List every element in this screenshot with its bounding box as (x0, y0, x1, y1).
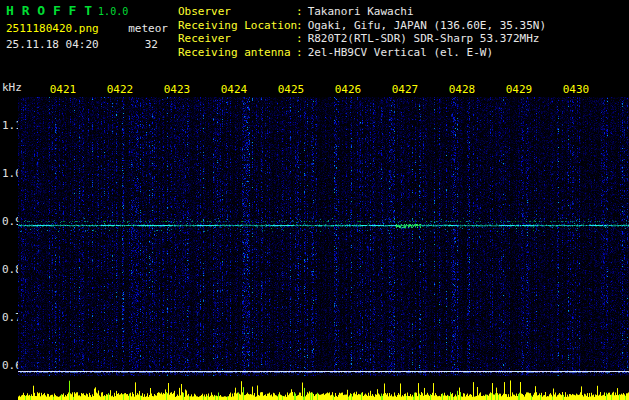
output-filename: 2511180420.png (6, 22, 99, 38)
info-label: Receiving antenna (178, 46, 296, 60)
time-tick-label: 0426 (335, 83, 362, 96)
header-left: H R O F F T1.0.0 2511180420.png meteor 2… (6, 3, 174, 51)
header: H R O F F T1.0.0 2511180420.png meteor 2… (0, 0, 629, 78)
time-tick-label: 0425 (278, 83, 305, 96)
sweep-count: 32 (145, 38, 158, 51)
datetime: 25.11.18 04:20 (6, 38, 99, 51)
freq-unit-label: kHz (2, 81, 22, 94)
hrofft-output: H R O F F T1.0.0 2511180420.png meteor 2… (0, 0, 629, 400)
app-title: H R O F F T (6, 3, 92, 18)
info-label: Receiver (178, 32, 296, 46)
time-tick-label: 0424 (221, 83, 248, 96)
info-value: R820T2(RTL-SDR) SDR-Sharp 53.372MHz (308, 32, 540, 46)
time-tick-label: 0423 (164, 83, 191, 96)
info-separator: : (296, 46, 303, 60)
time-tick-label: 0422 (107, 83, 134, 96)
station-info: Observer : Takanori Kawachi Receiving Lo… (178, 5, 546, 59)
info-label: Observer (178, 5, 296, 19)
info-value: Takanori Kawachi (308, 5, 414, 19)
signal-level-canvas (18, 378, 629, 400)
mode-label: meteor (128, 22, 168, 38)
info-row-receiver: Receiver : R820T2(RTL-SDR) SDR-Sharp 53.… (178, 32, 546, 46)
file-row: 2511180420.png meteor (6, 22, 174, 38)
spectrogram-canvas (18, 97, 629, 376)
info-separator: : (296, 32, 303, 46)
time-tick-label: 0427 (392, 83, 419, 96)
app-version: 1.0.0 (98, 6, 128, 17)
time-row: 25.11.18 04:20 32 (6, 38, 174, 51)
time-tick-label: 0429 (506, 83, 533, 96)
info-row-observer: Observer : Takanori Kawachi (178, 5, 546, 19)
time-tick-label: 0428 (449, 83, 476, 96)
info-row-location: Receiving Location : Ogaki, Gifu, JAPAN … (178, 19, 546, 33)
info-value: 2el-HB9CV Vertical (el. E-W) (308, 46, 493, 60)
info-row-antenna: Receiving antenna : 2el-HB9CV Vertical (… (178, 46, 546, 60)
title-row: H R O F F T1.0.0 (6, 3, 174, 22)
time-tick-label: 0421 (50, 83, 77, 96)
spectrogram-panel: kHz 0421 0422 0423 0424 0425 0426 0427 0… (0, 80, 629, 376)
time-tick-label: 0430 (563, 83, 590, 96)
info-separator: : (296, 19, 303, 33)
info-value: Ogaki, Gifu, JAPAN (136.60E, 35.35N) (308, 19, 546, 33)
info-separator: : (296, 5, 303, 19)
info-label: Receiving Location (178, 19, 296, 33)
